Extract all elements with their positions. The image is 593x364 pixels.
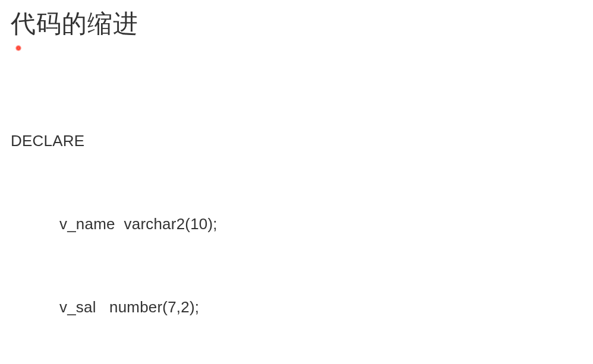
bullet-icon — [15, 45, 21, 51]
slide-title: 代码的缩进 — [11, 7, 582, 40]
code-block: DECLARE v_name varchar2(10); v_sal numbe… — [11, 71, 582, 364]
bullet-row — [11, 44, 582, 61]
code-line: DECLARE — [11, 127, 582, 155]
code-line: v_sal number(7,2); — [11, 293, 582, 321]
code-line: v_name varchar2(10); — [11, 210, 582, 238]
